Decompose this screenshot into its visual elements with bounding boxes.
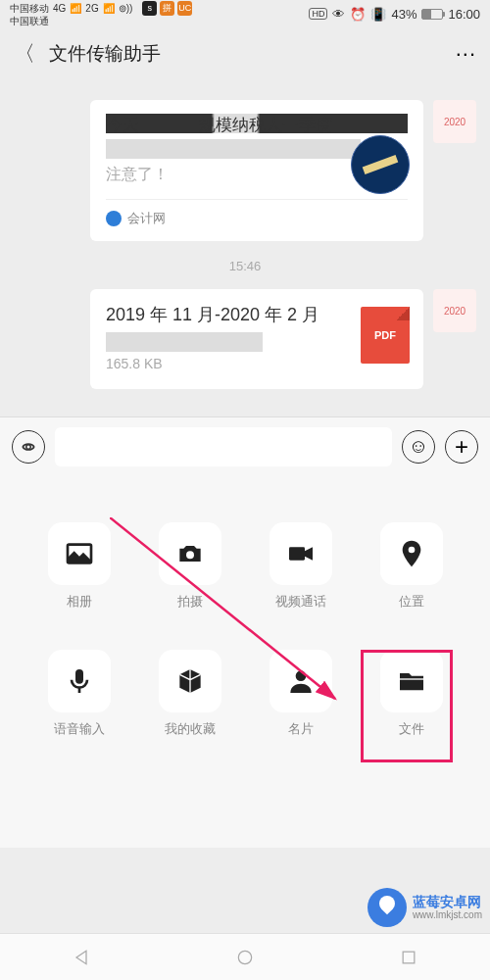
- panel-label: 相册: [67, 593, 92, 611]
- vibrate-icon: 📳: [370, 7, 386, 22]
- nav-recent-icon[interactable]: [399, 948, 418, 967]
- chat-area: 今天 规模纳税人一季度 注意了！ 会计网 2020 15:46 2019 年 1…: [0, 80, 490, 416]
- panel-label: 语音输入: [54, 720, 105, 738]
- panel-voiceinput[interactable]: 语音输入: [24, 650, 134, 738]
- attachment-panel: 相册 拍摄 视频通话 位置 语音输入 我的收藏 名片 文件: [0, 475, 490, 848]
- panel-label: 拍摄: [177, 593, 203, 611]
- panel-album[interactable]: 相册: [24, 522, 134, 611]
- svg-point-6: [295, 670, 306, 681]
- carrier-1: 中国移动: [10, 3, 49, 14]
- battery-icon: [421, 9, 443, 20]
- battery-pct: 43%: [391, 7, 416, 22]
- watermark: 蓝莓安卓网www.lmkjst.com: [368, 888, 482, 927]
- file-card[interactable]: 2019 年 11 月-2020 年 2 月 165.8 KB PDF: [90, 289, 423, 389]
- image-icon: [64, 538, 95, 569]
- mic-icon: [64, 665, 95, 697]
- svg-point-0: [26, 444, 31, 449]
- file-subtitle-redacted: [106, 332, 263, 352]
- panel-favorites[interactable]: 我的收藏: [134, 650, 245, 738]
- timestamp: 15:46: [14, 259, 476, 273]
- network-2: 2G: [85, 3, 98, 14]
- carrier-2: 中国联通: [10, 16, 49, 26]
- location-icon: [396, 538, 427, 569]
- svg-rect-5: [75, 669, 83, 684]
- article-card[interactable]: 今天 规模纳税人一季度 注意了！ 会计网: [90, 100, 423, 241]
- article-thumbnail: [351, 135, 410, 194]
- avatar[interactable]: 2020: [433, 289, 476, 332]
- panel-videocall[interactable]: 视频通话: [245, 522, 356, 611]
- watermark-url: www.lmkjst.com: [413, 909, 482, 921]
- message-input[interactable]: [55, 427, 392, 466]
- panel-label: 我的收藏: [165, 720, 216, 738]
- tutorial-highlight: [361, 650, 453, 762]
- avatar[interactable]: 2020: [433, 100, 476, 143]
- svg-rect-10: [403, 952, 415, 963]
- nav-back-icon[interactable]: [72, 948, 91, 967]
- page-title: 文件传输助手: [49, 41, 456, 67]
- article-title-part-1: 今天: [106, 116, 139, 133]
- source-name: 会计网: [127, 210, 166, 227]
- svg-point-2: [186, 551, 194, 559]
- panel-label: 位置: [399, 593, 424, 611]
- message-row: 2019 年 11 月-2020 年 2 月 165.8 KB PDF 2020: [14, 289, 476, 389]
- eye-icon: 👁: [332, 7, 345, 22]
- video-icon: [285, 538, 317, 569]
- panel-contact[interactable]: 名片: [245, 650, 356, 738]
- pdf-icon: PDF: [361, 307, 410, 364]
- article-title-part-2: 规模纳税人一季度: [199, 116, 332, 133]
- article-footer: 会计网: [106, 199, 408, 227]
- person-icon: [285, 665, 317, 697]
- voice-toggle[interactable]: [12, 430, 45, 464]
- clock: 16:00: [448, 7, 480, 22]
- status-bar: 中国移动 4G 📶 2G 📶 ⊚)) s 拼 UC 中国联通 HD 👁 ⏰ 📳 …: [0, 0, 490, 27]
- signal-icon: 📶: [70, 3, 81, 14]
- back-button[interactable]: 〈: [14, 39, 35, 69]
- camera-icon: [174, 538, 206, 569]
- menu-button[interactable]: ···: [456, 41, 476, 67]
- app-icon-2: 拼: [160, 1, 174, 16]
- attachment-button[interactable]: +: [445, 430, 478, 464]
- svg-point-4: [408, 547, 415, 554]
- alarm-icon: ⏰: [350, 7, 366, 22]
- svg-rect-3: [289, 547, 305, 560]
- network-1: 4G: [53, 3, 66, 14]
- watermark-brand: 蓝莓安卓网: [413, 894, 481, 909]
- chat-header: 〈 文件传输助手 ···: [0, 27, 490, 80]
- system-nav: [0, 933, 490, 980]
- wifi-icon: ⊚)): [119, 3, 133, 14]
- panel-camera[interactable]: 拍摄: [134, 522, 245, 611]
- panel-location[interactable]: 位置: [356, 522, 466, 611]
- panel-label: 视频通话: [275, 593, 326, 611]
- cube-icon: [174, 665, 206, 697]
- app-icon-3: UC: [177, 1, 192, 16]
- source-icon: [106, 211, 122, 226]
- app-icon-1: s: [142, 1, 157, 16]
- signal-icon-2: 📶: [103, 3, 115, 14]
- message-row: 今天 规模纳税人一季度 注意了！ 会计网 2020: [14, 100, 476, 241]
- panel-label: 名片: [288, 720, 314, 738]
- watermark-logo: [368, 888, 407, 927]
- svg-point-9: [238, 951, 251, 963]
- nav-home-icon[interactable]: [235, 948, 255, 967]
- emoji-button[interactable]: ☺: [402, 430, 435, 464]
- input-bar: ☺ +: [0, 416, 490, 475]
- hd-icon: HD: [309, 8, 327, 20]
